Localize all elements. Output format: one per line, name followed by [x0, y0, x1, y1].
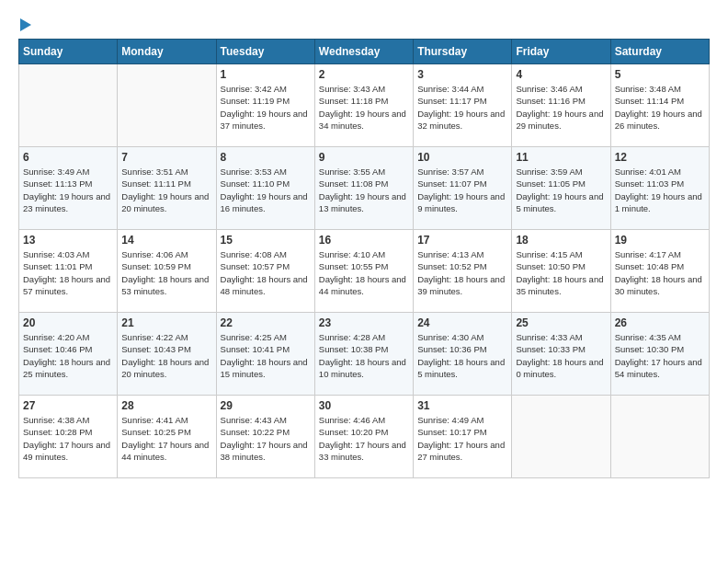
day-detail: Sunrise: 3:42 AM Sunset: 11:19 PM Daylig… [221, 83, 311, 132]
day-number: 29 [221, 399, 311, 412]
day-detail: Sunrise: 4:22 AM Sunset: 10:43 PM Daylig… [121, 331, 211, 380]
day-detail: Sunrise: 4:08 AM Sunset: 10:57 PM Daylig… [221, 248, 311, 297]
weekday-header-row: SundayMondayTuesdayWednesdayThursdayFrid… [19, 40, 710, 64]
day-number: 8 [221, 151, 311, 164]
weekday-header-monday: Monday [118, 40, 216, 64]
day-number: 22 [221, 316, 311, 329]
day-number: 1 [221, 68, 311, 81]
day-detail: Sunrise: 3:59 AM Sunset: 11:05 PM Daylig… [516, 166, 606, 214]
day-detail: Sunrise: 3:48 AM Sunset: 11:14 PM Daylig… [615, 83, 705, 132]
calendar-cell: 1Sunrise: 3:42 AM Sunset: 11:19 PM Dayli… [216, 64, 314, 147]
day-detail: Sunrise: 4:30 AM Sunset: 10:36 PM Daylig… [417, 331, 507, 380]
day-detail: Sunrise: 4:06 AM Sunset: 10:59 PM Daylig… [121, 248, 211, 297]
day-detail: Sunrise: 3:53 AM Sunset: 11:10 PM Daylig… [221, 166, 311, 214]
day-number: 7 [121, 151, 211, 164]
day-detail: Sunrise: 4:38 AM Sunset: 10:28 PM Daylig… [23, 414, 113, 463]
day-number: 19 [615, 234, 705, 247]
day-number: 28 [121, 399, 211, 412]
day-number: 27 [23, 399, 113, 412]
day-detail: Sunrise: 3:44 AM Sunset: 11:17 PM Daylig… [417, 83, 507, 132]
calendar-cell [512, 396, 610, 478]
day-number: 4 [516, 68, 606, 81]
calendar-cell: 15Sunrise: 4:08 AM Sunset: 10:57 PM Dayl… [216, 230, 314, 313]
header [18, 18, 710, 31]
calendar-cell: 20Sunrise: 4:20 AM Sunset: 10:46 PM Dayl… [19, 313, 118, 396]
day-number: 12 [615, 151, 705, 164]
weekday-header-wednesday: Wednesday [314, 40, 413, 64]
day-number: 10 [417, 151, 507, 164]
calendar-cell: 4Sunrise: 3:46 AM Sunset: 11:16 PM Dayli… [512, 64, 610, 147]
calendar-cell: 17Sunrise: 4:13 AM Sunset: 10:52 PM Dayl… [414, 230, 512, 313]
day-number: 3 [417, 68, 507, 81]
day-number: 30 [319, 399, 409, 412]
calendar-week-3: 13Sunrise: 4:03 AM Sunset: 11:01 PM Dayl… [19, 230, 710, 313]
day-detail: Sunrise: 4:49 AM Sunset: 10:17 PM Daylig… [417, 414, 507, 463]
calendar-cell: 22Sunrise: 4:25 AM Sunset: 10:41 PM Dayl… [216, 313, 314, 396]
weekday-header-thursday: Thursday [414, 40, 512, 64]
day-number: 2 [319, 68, 409, 81]
calendar-cell [118, 64, 216, 147]
calendar-cell [19, 64, 118, 147]
day-detail: Sunrise: 3:43 AM Sunset: 11:18 PM Daylig… [319, 83, 409, 132]
calendar-cell: 8Sunrise: 3:53 AM Sunset: 11:10 PM Dayli… [216, 147, 314, 230]
day-detail: Sunrise: 3:57 AM Sunset: 11:07 PM Daylig… [417, 166, 507, 214]
day-detail: Sunrise: 4:33 AM Sunset: 10:33 PM Daylig… [516, 331, 606, 380]
day-detail: Sunrise: 4:15 AM Sunset: 10:50 PM Daylig… [516, 248, 606, 297]
calendar-cell: 21Sunrise: 4:22 AM Sunset: 10:43 PM Dayl… [118, 313, 216, 396]
day-detail: Sunrise: 3:49 AM Sunset: 11:13 PM Daylig… [23, 166, 113, 214]
day-detail: Sunrise: 4:13 AM Sunset: 10:52 PM Daylig… [417, 248, 507, 297]
day-detail: Sunrise: 3:46 AM Sunset: 11:16 PM Daylig… [516, 83, 606, 132]
calendar-cell: 14Sunrise: 4:06 AM Sunset: 10:59 PM Dayl… [118, 230, 216, 313]
day-number: 6 [23, 151, 113, 164]
weekday-header-tuesday: Tuesday [216, 40, 314, 64]
weekday-header-sunday: Sunday [19, 40, 118, 64]
calendar-cell: 7Sunrise: 3:51 AM Sunset: 11:11 PM Dayli… [118, 147, 216, 230]
day-detail: Sunrise: 4:03 AM Sunset: 11:01 PM Daylig… [23, 248, 113, 297]
day-number: 21 [121, 316, 211, 329]
calendar-cell: 10Sunrise: 3:57 AM Sunset: 11:07 PM Dayl… [414, 147, 512, 230]
calendar-week-5: 27Sunrise: 4:38 AM Sunset: 10:28 PM Dayl… [19, 396, 710, 478]
calendar-week-4: 20Sunrise: 4:20 AM Sunset: 10:46 PM Dayl… [19, 313, 710, 396]
calendar-cell: 11Sunrise: 3:59 AM Sunset: 11:05 PM Dayl… [512, 147, 610, 230]
day-detail: Sunrise: 3:55 AM Sunset: 11:08 PM Daylig… [319, 166, 409, 214]
calendar-cell: 24Sunrise: 4:30 AM Sunset: 10:36 PM Dayl… [414, 313, 512, 396]
day-detail: Sunrise: 4:46 AM Sunset: 10:20 PM Daylig… [319, 414, 409, 463]
logo-arrow-icon [20, 18, 31, 31]
calendar-cell: 12Sunrise: 4:01 AM Sunset: 11:03 PM Dayl… [610, 147, 709, 230]
calendar-week-1: 1Sunrise: 3:42 AM Sunset: 11:19 PM Dayli… [19, 64, 710, 147]
calendar-cell: 31Sunrise: 4:49 AM Sunset: 10:17 PM Dayl… [414, 396, 512, 478]
weekday-header-friday: Friday [512, 40, 610, 64]
page: SundayMondayTuesdayWednesdayThursdayFrid… [0, 0, 728, 488]
day-number: 13 [23, 234, 113, 247]
calendar-cell [610, 396, 709, 478]
day-number: 16 [319, 234, 409, 247]
day-detail: Sunrise: 4:01 AM Sunset: 11:03 PM Daylig… [615, 166, 705, 214]
calendar-cell: 27Sunrise: 4:38 AM Sunset: 10:28 PM Dayl… [19, 396, 118, 478]
logo [18, 18, 31, 31]
calendar-cell: 6Sunrise: 3:49 AM Sunset: 11:13 PM Dayli… [19, 147, 118, 230]
calendar-cell: 29Sunrise: 4:43 AM Sunset: 10:22 PM Dayl… [216, 396, 314, 478]
day-detail: Sunrise: 4:41 AM Sunset: 10:25 PM Daylig… [121, 414, 211, 463]
day-detail: Sunrise: 4:28 AM Sunset: 10:38 PM Daylig… [319, 331, 409, 380]
calendar-cell: 23Sunrise: 4:28 AM Sunset: 10:38 PM Dayl… [314, 313, 413, 396]
day-number: 5 [615, 68, 705, 81]
calendar-cell: 18Sunrise: 4:15 AM Sunset: 10:50 PM Dayl… [512, 230, 610, 313]
calendar-cell: 2Sunrise: 3:43 AM Sunset: 11:18 PM Dayli… [314, 64, 413, 147]
day-number: 18 [516, 234, 606, 247]
day-number: 11 [516, 151, 606, 164]
day-detail: Sunrise: 4:43 AM Sunset: 10:22 PM Daylig… [221, 414, 311, 463]
day-number: 14 [121, 234, 211, 247]
day-number: 20 [23, 316, 113, 329]
day-detail: Sunrise: 4:10 AM Sunset: 10:55 PM Daylig… [319, 248, 409, 297]
calendar-cell: 25Sunrise: 4:33 AM Sunset: 10:33 PM Dayl… [512, 313, 610, 396]
calendar: SundayMondayTuesdayWednesdayThursdayFrid… [18, 39, 710, 478]
day-number: 25 [516, 316, 606, 329]
day-number: 9 [319, 151, 409, 164]
calendar-cell: 26Sunrise: 4:35 AM Sunset: 10:30 PM Dayl… [610, 313, 709, 396]
day-number: 23 [319, 316, 409, 329]
calendar-cell: 19Sunrise: 4:17 AM Sunset: 10:48 PM Dayl… [610, 230, 709, 313]
calendar-cell: 5Sunrise: 3:48 AM Sunset: 11:14 PM Dayli… [610, 64, 709, 147]
day-detail: Sunrise: 4:35 AM Sunset: 10:30 PM Daylig… [615, 331, 705, 380]
calendar-cell: 16Sunrise: 4:10 AM Sunset: 10:55 PM Dayl… [314, 230, 413, 313]
day-detail: Sunrise: 4:20 AM Sunset: 10:46 PM Daylig… [23, 331, 113, 380]
